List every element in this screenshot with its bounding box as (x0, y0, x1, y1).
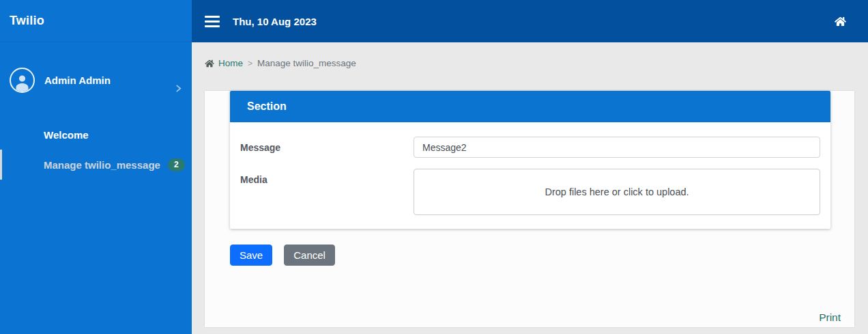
sidebar-item-label: Welcome (44, 129, 89, 141)
save-button[interactable]: Save (230, 245, 272, 266)
sidebar-item-label: Manage twilio_message (44, 159, 160, 171)
section-panel: Section Message Media Drop files here or… (230, 91, 830, 229)
breadcrumb-separator: > (248, 59, 252, 68)
message-input[interactable] (414, 137, 820, 158)
dropzone-message: Drop files here or click to upload. (545, 186, 689, 197)
user-panel[interactable]: Admin Admin (0, 42, 192, 118)
form-card: Section Message Media Drop files here or… (205, 91, 854, 327)
main-content: Home > Manage twilio_message Section Mes… (192, 42, 868, 334)
breadcrumb: Home > Manage twilio_message (192, 42, 868, 68)
print-link[interactable]: Print (819, 311, 841, 324)
user-avatar-icon (10, 68, 35, 93)
sidebar-item-manage-twilio-message[interactable]: Manage twilio_message 2 (0, 150, 192, 180)
count-badge: 2 (168, 158, 185, 171)
brand-title: Twilio (10, 14, 44, 28)
form-row-media: Media Drop files here or click to upload… (240, 169, 820, 215)
hamburger-menu-icon[interactable] (205, 16, 220, 27)
topbar-date: Thu, 10 Aug 2023 (233, 16, 317, 27)
chevron-right-icon[interactable] (175, 83, 182, 95)
section-header: Section (230, 91, 830, 122)
section-title: Section (247, 100, 287, 113)
media-label: Media (240, 169, 414, 215)
section-body: Message Media Drop files here or click t… (230, 122, 830, 229)
sidebar-brand: Twilio (0, 0, 192, 42)
message-label: Message (240, 137, 414, 158)
message-control-wrap (414, 137, 820, 158)
form-row-message: Message (240, 137, 820, 158)
breadcrumb-home-icon (205, 59, 214, 68)
sidebar-item-welcome[interactable]: Welcome (0, 120, 192, 150)
user-name: Admin Admin (44, 74, 111, 86)
media-dropzone[interactable]: Drop files here or click to upload. (414, 169, 820, 215)
home-icon[interactable] (835, 16, 846, 27)
topbar: Thu, 10 Aug 2023 (192, 0, 868, 42)
breadcrumb-home-link[interactable]: Home (218, 58, 243, 68)
media-control-wrap: Drop files here or click to upload. (414, 169, 820, 215)
form-actions: Save Cancel (230, 245, 854, 266)
breadcrumb-current: Manage twilio_message (257, 58, 356, 68)
cancel-button[interactable]: Cancel (284, 245, 335, 266)
sidebar: Twilio Admin Admin Welcome Manage twilio… (0, 0, 192, 334)
sidebar-menu: Welcome Manage twilio_message 2 (0, 120, 192, 180)
